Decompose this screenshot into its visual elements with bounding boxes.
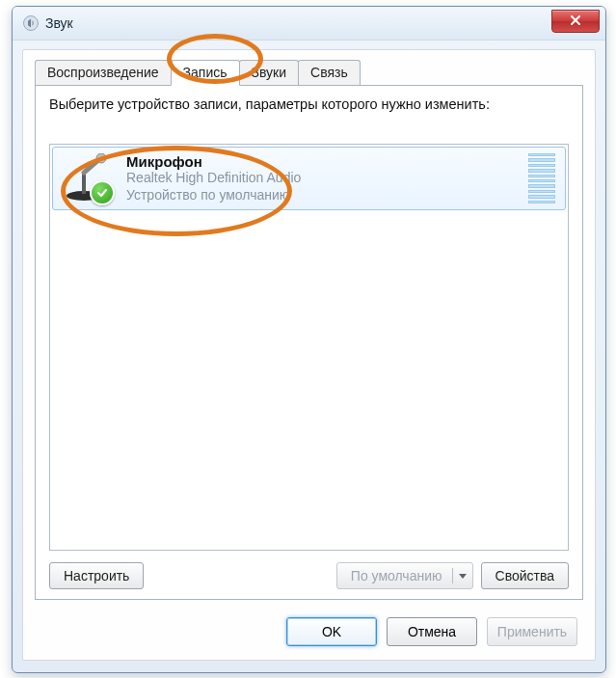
panel-button-row: Настроить По умолчанию Свойства xyxy=(49,562,569,589)
tab-playback[interactable]: Воспроизведение xyxy=(35,60,172,85)
tabstrip: Воспроизведение Запись Звуки Связь xyxy=(23,54,595,85)
titlebar: Звук xyxy=(13,7,605,41)
instruction-text: Выберите устройство записи, параметры ко… xyxy=(36,86,582,118)
device-driver: Realtek High Definition Audio xyxy=(126,170,521,187)
default-check-icon xyxy=(90,180,115,205)
cancel-button[interactable]: Отмена xyxy=(387,617,477,646)
tab-communications[interactable]: Связь xyxy=(298,60,361,85)
dialog-button-row: OK Отмена Применить xyxy=(277,617,577,646)
svg-point-3 xyxy=(96,153,106,163)
device-row[interactable]: Микрофон Realtek High Definition Audio У… xyxy=(52,147,566,210)
close-button[interactable] xyxy=(551,10,600,33)
device-name: Микрофон xyxy=(126,153,521,170)
sound-dialog-window: Звук Воспроизведение Запись Звуки Связь … xyxy=(12,6,606,673)
device-status: Устройство по умолчанию xyxy=(126,187,521,204)
window-title: Звук xyxy=(45,15,73,31)
device-list[interactable]: Микрофон Realtek High Definition Audio У… xyxy=(49,144,569,551)
set-default-button[interactable]: По умолчанию xyxy=(336,562,473,589)
tab-recording[interactable]: Запись xyxy=(171,60,240,86)
microphone-icon xyxy=(63,153,113,203)
level-meter xyxy=(528,153,555,203)
speaker-icon xyxy=(22,14,40,32)
device-text: Микрофон Realtek High Definition Audio У… xyxy=(126,153,521,203)
properties-button[interactable]: Свойства xyxy=(481,562,569,589)
chevron-down-icon xyxy=(459,574,467,579)
apply-button[interactable]: Применить xyxy=(487,617,577,646)
tab-panel-recording: Выберите устройство записи, параметры ко… xyxy=(35,85,583,600)
configure-button[interactable]: Настроить xyxy=(49,562,144,589)
close-icon xyxy=(570,14,581,29)
ok-button[interactable]: OK xyxy=(286,617,377,646)
svg-rect-2 xyxy=(82,173,86,194)
client-area: Воспроизведение Запись Звуки Связь Выбер… xyxy=(22,49,596,661)
tab-sounds[interactable]: Звуки xyxy=(239,60,300,85)
